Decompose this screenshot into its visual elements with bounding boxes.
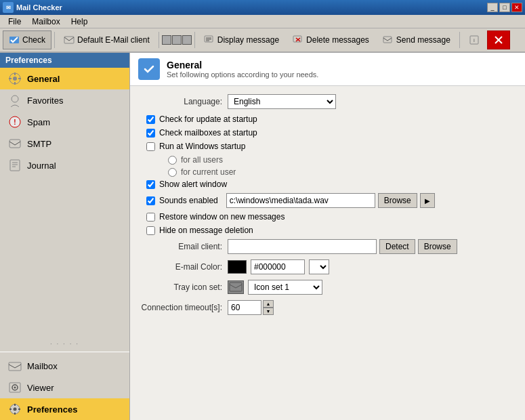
sidebar-item-mailbox[interactable]: Mailbox [0,355,129,377]
check-button[interactable]: Check [3,30,51,49]
color-value-input[interactable] [251,259,305,274]
delete-messages-button[interactable]: Delete messages [287,30,375,49]
check-update-label[interactable]: Check for update at startup [159,114,257,124]
svg-rect-37 [18,408,20,410]
language-select[interactable]: English French German Spanish [228,94,336,109]
sounds-label[interactable]: Sounds enabled [159,196,218,205]
svg-rect-17 [14,82,16,85]
run-windows-checkbox[interactable] [146,142,155,151]
svg-text:!: ! [14,119,16,126]
sidebar: Preferences General Favorites ! Spam [0,53,130,420]
sidebar-item-journal[interactable]: Journal [0,154,129,176]
restore-window-checkbox[interactable] [146,213,155,222]
check-icon [9,35,20,45]
sidebar-divider [0,352,129,352]
sidebar-item-smtp[interactable]: SMTP [0,133,129,154]
tray-icon-preview [228,280,244,294]
hide-delete-checkbox[interactable] [146,226,155,235]
display-message-button[interactable]: Display message [198,30,285,49]
menu-help[interactable]: Help [66,16,93,28]
sep3 [194,32,195,48]
default-email-button[interactable]: Default E-Mail client [58,30,156,49]
for-current-user-label[interactable]: for current user [181,167,236,177]
menu-file[interactable]: File [3,16,26,28]
sidebar-item-preferences[interactable]: Preferences [0,398,129,420]
connection-timeout-row: Connection timeout[s]: ▲ ▼ [141,300,514,315]
tray-icon-row: Tray icon set: Icon set 1 Icon set 2 [141,280,514,295]
color-swatch[interactable] [228,260,247,274]
restore-window-label[interactable]: Restore window on new messages [159,212,285,222]
mailbox-label: Mailbox [27,361,58,371]
play-button[interactable]: ▶ [420,193,435,208]
check-mailboxes-label[interactable]: Check mailboxes at startup [159,128,257,138]
tray-icon-select[interactable]: Icon set 1 Icon set 2 [248,280,322,295]
sound-file-input[interactable] [226,193,375,208]
send-message-button[interactable]: Send message [377,30,457,49]
language-row: Language: English French German Spanish [141,94,514,109]
icon3 [182,35,192,45]
content-header-icon [138,58,160,80]
svg-rect-1 [64,37,74,43]
sidebar-item-general[interactable]: General [0,68,129,89]
language-label: Language: [141,97,222,106]
menu-mailbox[interactable]: Mailbox [26,16,65,28]
svg-point-38 [141,61,157,77]
display-message-icon [204,35,215,45]
svg-rect-9 [383,37,392,43]
icon-group [162,35,192,45]
extra-btn1[interactable]: i [463,30,486,49]
color-dropdown[interactable] [309,259,329,274]
show-alert-label[interactable]: Show alert window [159,180,227,189]
sidebar-spacer [0,176,129,339]
minimize-button[interactable]: _ [487,3,498,12]
browse-sound-button[interactable]: Browse [378,193,417,208]
journal-label: Journal [27,161,56,171]
toolbar: Check Default E-Mail client Display mess… [0,28,525,53]
extra-btn2[interactable] [487,30,510,49]
sidebar-preferences-label: Preferences [0,53,129,68]
show-alert-checkbox[interactable] [146,180,155,189]
email-color-label: E-mail Color: [141,262,222,272]
hide-delete-label[interactable]: Hide on message deletion [159,226,253,235]
general-icon [8,72,22,85]
content-header: General Set following options according … [130,53,525,86]
email-client-row: Email client: Detect Browse [141,239,514,254]
sidebar-item-viewer[interactable]: Viewer [0,377,129,398]
maximize-button[interactable]: □ [499,3,510,12]
color-picker-row [228,259,514,274]
content-area: General Set following options according … [130,53,525,420]
for-all-users-radio[interactable] [168,156,177,165]
detect-button[interactable]: Detect [379,239,415,254]
spam-label: Spam [27,117,50,127]
send-message-label: Send message [396,35,450,45]
email-client-control: Detect Browse [228,239,514,254]
email-client-input-row: Detect Browse [228,239,514,254]
sidebar-item-spam[interactable]: ! Spam [0,111,129,133]
spam-icon: ! [8,115,22,129]
viewer-icon [8,381,22,394]
main-layout: Preferences General Favorites ! Spam [0,53,525,420]
title-bar-controls[interactable]: _ □ ✕ [487,3,522,12]
spinbox-down[interactable]: ▼ [263,308,274,315]
for-all-users-label[interactable]: for all users [181,155,223,165]
svg-rect-24 [10,160,20,171]
sounds-enabled-row: Sounds enabled Browse ▶ [141,193,514,208]
sound-file-row: Browse ▶ [226,193,435,208]
for-current-user-row: for current user [141,167,514,177]
spinbox-up[interactable]: ▲ [263,300,274,308]
viewer-label: Viewer [27,383,54,393]
app-icon: ✉ [3,2,14,13]
for-current-user-radio[interactable] [168,168,177,177]
check-update-checkbox[interactable] [146,115,155,124]
svg-rect-36 [9,408,12,410]
sidebar-item-favorites[interactable]: Favorites [0,89,129,111]
sounds-checkbox[interactable] [146,196,155,205]
close-button[interactable]: ✕ [511,3,522,12]
sep1 [54,32,55,48]
svg-rect-39 [230,282,242,291]
check-mailboxes-checkbox[interactable] [146,129,155,138]
email-client-input[interactable] [228,239,377,254]
timeout-input[interactable] [228,300,261,315]
run-windows-label[interactable]: Run at Windows startup [159,142,245,151]
browse2-button[interactable]: Browse [418,239,457,254]
